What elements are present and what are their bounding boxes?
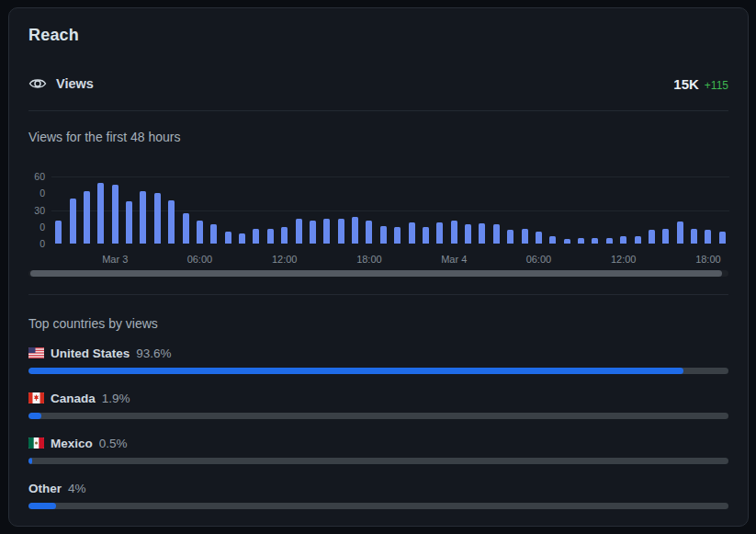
chart-scrollbar-thumb[interactable] — [30, 270, 722, 277]
chart-bar[interactable] — [296, 219, 302, 244]
x-axis-label: 18:00 — [695, 254, 721, 265]
divider — [28, 294, 728, 295]
chart-bar[interactable] — [423, 227, 429, 244]
chart-scrollbar-track[interactable] — [28, 270, 728, 277]
chart-bar[interactable] — [507, 230, 513, 244]
divider — [28, 110, 728, 111]
metric-value: 15K — [673, 76, 699, 92]
x-axis-label: 12:00 — [611, 254, 637, 265]
x-axis-label: Mar 3 — [102, 254, 128, 265]
views-bar-chart: 6003000 Mar 306:0012:0018:00Mar 406:0012… — [28, 172, 728, 264]
country-header: Canada1.9% — [28, 391, 728, 405]
page-title: Reach — [28, 26, 728, 45]
chart-bar[interactable] — [112, 185, 118, 244]
chart-bar[interactable] — [549, 236, 556, 244]
metric-delta: +115 — [705, 79, 728, 92]
country-name: Mexico — [51, 437, 93, 450]
country-progress-track — [28, 503, 728, 509]
country-name: Canada — [51, 392, 96, 405]
country-row: Canada1.9% — [28, 391, 728, 419]
chart-bar[interactable] — [140, 191, 146, 244]
chart-bar[interactable] — [578, 238, 584, 244]
gridline — [51, 176, 729, 177]
country-percentage: 1.9% — [102, 392, 130, 405]
country-progress-fill — [28, 413, 41, 419]
chart-bar[interactable] — [210, 224, 217, 244]
country-progress-fill — [28, 368, 683, 374]
chart-bar[interactable] — [649, 230, 655, 244]
country-percentage: 0.5% — [99, 437, 128, 450]
country-header: United States93.6% — [28, 346, 728, 360]
chart-bar[interactable] — [126, 201, 132, 244]
chart-bar[interactable] — [338, 219, 344, 244]
country-progress-track — [28, 368, 728, 374]
chart-bar[interactable] — [522, 229, 528, 244]
countries-list: United States93.6%Canada1.9%Mexico0.5%Ot… — [28, 346, 728, 509]
country-progress-track — [28, 458, 728, 464]
chart-bar[interactable] — [409, 222, 415, 244]
chart-bar[interactable] — [479, 223, 485, 244]
chart-bar[interactable] — [84, 191, 90, 244]
chart-bar[interactable] — [451, 221, 457, 244]
chart-bar[interactable] — [197, 221, 203, 244]
reach-card: Reach Views 15K +115 Views for the first… — [8, 7, 749, 527]
country-progress-fill — [28, 458, 32, 464]
country-progress-track — [28, 413, 728, 419]
country-name: United States — [51, 347, 130, 360]
country-row: United States93.6% — [28, 346, 728, 374]
chart-bar[interactable] — [352, 217, 358, 244]
chart-bar[interactable] — [225, 232, 231, 244]
chart-bar[interactable] — [267, 229, 274, 244]
chart-bar[interactable] — [620, 236, 626, 244]
x-axis-label: 18:00 — [356, 254, 382, 265]
chart-bar[interactable] — [606, 238, 613, 244]
chart-bar[interactable] — [154, 193, 161, 244]
chart-subtitle: Views for the first 48 hours — [28, 130, 728, 144]
eye-icon — [28, 74, 47, 93]
us-flag-icon — [28, 347, 44, 358]
y-axis-label: 0 — [28, 238, 45, 249]
x-axis-label: 06:00 — [526, 254, 552, 265]
chart-bar[interactable] — [564, 239, 570, 244]
country-name: Other — [28, 482, 62, 495]
chart-bar[interactable] — [97, 183, 104, 244]
y-axis-label: 30 — [28, 205, 45, 216]
chart-bar[interactable] — [168, 200, 175, 244]
x-axis-label: Mar 4 — [441, 254, 467, 265]
chart-bar[interactable] — [677, 222, 683, 244]
chart-bar[interactable] — [323, 219, 330, 244]
x-axis-label: 12:00 — [272, 254, 298, 265]
country-row: Other4% — [28, 481, 728, 509]
chart-bar[interactable] — [635, 236, 641, 244]
country-header: Other4% — [28, 481, 728, 495]
chart-bar[interactable] — [239, 233, 245, 244]
x-axis-label: 06:00 — [187, 254, 213, 265]
views-metric-row: Views 15K +115 — [28, 74, 728, 94]
gridline — [51, 210, 729, 211]
country-header: Mexico0.5% — [28, 436, 728, 450]
chart-bar[interactable] — [705, 230, 711, 244]
chart-bar[interactable] — [55, 221, 62, 244]
chart-bar[interactable] — [281, 227, 288, 244]
y-axis-label: 60 — [28, 171, 45, 182]
chart-bar[interactable] — [719, 232, 726, 244]
country-row: Mexico0.5% — [28, 436, 728, 464]
chart-bar[interactable] — [465, 224, 471, 244]
chart-bar[interactable] — [310, 221, 316, 244]
chart-bar[interactable] — [380, 226, 387, 244]
chart-bar[interactable] — [662, 229, 669, 244]
chart-bar[interactable] — [691, 229, 697, 244]
ca-flag-icon — [28, 392, 44, 403]
chart-bar[interactable] — [394, 227, 401, 244]
chart-bar[interactable] — [183, 213, 189, 244]
country-percentage: 4% — [68, 482, 86, 495]
chart-bar[interactable] — [592, 238, 598, 244]
chart-bar[interactable] — [253, 229, 259, 244]
chart-bar[interactable] — [70, 199, 76, 244]
chart-bar[interactable] — [366, 221, 372, 244]
chart-bar[interactable] — [493, 224, 500, 244]
y-axis-label: 0 — [28, 222, 45, 233]
y-axis-label: 0 — [28, 187, 45, 199]
chart-bar[interactable] — [536, 232, 542, 244]
chart-bar[interactable] — [436, 222, 443, 244]
